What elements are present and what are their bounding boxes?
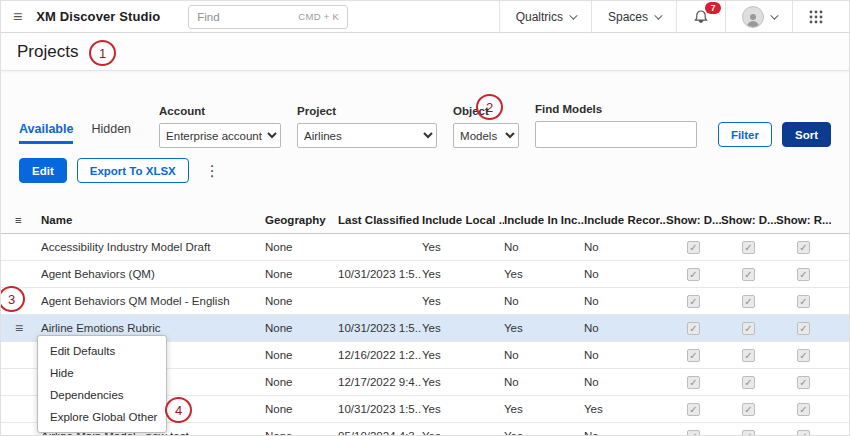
row-context-menu: Edit DefaultsHideDependenciesExplore Glo…	[37, 335, 167, 433]
show-checkbox-icon: ✓	[687, 430, 700, 436]
find-models-input[interactable]	[535, 121, 697, 148]
show-checkbox-icon: ✓	[797, 241, 810, 254]
show-checkbox-icon: ✓	[742, 295, 755, 308]
annotation-callout-2: 2	[476, 94, 503, 120]
column-name[interactable]: Name	[41, 214, 265, 226]
row-geography: None	[265, 430, 338, 436]
table-row[interactable]: Agent Behaviors (QM)None10/31/2023 1:5..…	[1, 261, 849, 288]
filter-button[interactable]: Filter	[718, 122, 772, 147]
search-shortcut-hint: CMD + K	[298, 11, 339, 22]
column-show-3[interactable]: Show: R...	[776, 214, 831, 226]
row-include-records: No	[584, 295, 666, 307]
show-checkbox-icon: ✓	[797, 403, 810, 416]
account-select[interactable]: Enterprise account	[159, 123, 281, 148]
bell-icon: 7	[693, 9, 709, 25]
row-include-in: No	[504, 295, 584, 307]
column-show-1[interactable]: Show: D...	[666, 214, 721, 226]
notifications-button[interactable]: 7	[676, 1, 725, 33]
row-name[interactable]: Airline Emotions Rubric	[41, 322, 265, 334]
project-label: Project	[297, 105, 437, 117]
project-select[interactable]: Airlines	[297, 123, 437, 148]
row-show-cell: ✓	[776, 349, 831, 362]
context-menu-item-explore-global-other[interactable]: Explore Global Other	[38, 406, 166, 428]
waffle-grid-icon	[809, 10, 823, 24]
filter-sort-buttons: Filter Sort	[718, 122, 831, 148]
row-name[interactable]: Agent Behaviors QM Model - English	[41, 295, 265, 307]
row-show-cell: ✓	[721, 349, 776, 362]
row-include-records: No	[584, 430, 666, 436]
row-include-local: Yes	[422, 349, 504, 361]
filter-toolbar: Available Hidden Account Enterprise acco…	[1, 71, 849, 148]
context-menu-item-dependencies[interactable]: Dependencies	[38, 384, 166, 406]
row-include-records: No	[584, 376, 666, 388]
row-name[interactable]: Accessibility Industry Model Draft	[41, 241, 265, 253]
table-row[interactable]: Agent Behaviors QM Model - EnglishNoneYe…	[1, 288, 849, 315]
topbar-right-cluster: Qualtrics Spaces 7	[499, 1, 839, 33]
row-include-in: Yes	[504, 268, 584, 280]
tab-hidden[interactable]: Hidden	[91, 122, 131, 144]
show-checkbox-icon: ✓	[797, 295, 810, 308]
show-checkbox-icon: ✓	[742, 403, 755, 416]
row-name[interactable]: Agent Behaviors (QM)	[41, 268, 265, 280]
row-include-local: Yes	[422, 322, 504, 334]
row-show-cell: ✓	[721, 403, 776, 416]
column-geography[interactable]: Geography	[265, 214, 338, 226]
column-last-classified[interactable]: Last Classified	[338, 214, 422, 226]
annotation-callout-4: 4	[165, 397, 192, 423]
chevron-down-icon	[654, 11, 662, 19]
show-checkbox-icon: ✓	[687, 268, 700, 281]
row-show-cell: ✓	[666, 322, 721, 335]
row-include-in: Yes	[504, 403, 584, 415]
account-label: Account	[159, 105, 281, 117]
show-checkbox-icon: ✓	[687, 403, 700, 416]
spaces-menu[interactable]: Spaces	[591, 1, 676, 33]
row-show-cell: ✓	[776, 376, 831, 389]
account-menu[interactable]	[725, 1, 792, 33]
row-include-local: Yes	[422, 295, 504, 307]
chevron-down-icon	[770, 11, 778, 19]
edit-button[interactable]: Edit	[19, 158, 67, 183]
sort-button[interactable]: Sort	[782, 122, 831, 147]
account-filter-group: Account Enterprise account	[159, 105, 281, 148]
menu-hamburger-icon[interactable]: ≡	[13, 8, 22, 26]
kebab-menu-icon[interactable]: ⋮	[199, 160, 226, 182]
row-include-local: Yes	[422, 268, 504, 280]
tab-available[interactable]: Available	[19, 122, 73, 144]
row-show-cell: ✓	[776, 268, 831, 281]
qualtrics-menu[interactable]: Qualtrics	[499, 1, 591, 33]
row-last-classified: 10/31/2023 1:5...	[338, 403, 422, 415]
row-drag-handle-icon[interactable]: ≡	[15, 320, 41, 336]
search-input[interactable]	[197, 11, 287, 23]
row-geography: None	[265, 322, 338, 334]
row-include-in: No	[504, 349, 584, 361]
app-window: ≡ XM Discover Studio CMD + K Qualtrics S…	[0, 0, 850, 436]
row-show-cell: ✓	[666, 268, 721, 281]
column-include-local[interactable]: Include Local ...	[422, 214, 504, 226]
row-include-records: No	[584, 349, 666, 361]
row-last-classified: 10/31/2023 1:5...	[338, 268, 422, 280]
show-checkbox-icon: ✓	[742, 268, 755, 281]
row-last-classified: 05/10/2024 4:3...	[338, 430, 422, 436]
notification-badge: 7	[705, 2, 721, 14]
context-menu-item-edit-defaults[interactable]: Edit Defaults	[38, 340, 166, 362]
export-xlsx-button[interactable]: Export To XLSX	[77, 158, 189, 183]
row-include-records: Yes	[584, 403, 666, 415]
row-last-classified: 12/17/2022 9:4...	[338, 376, 422, 388]
row-show-cell: ✓	[666, 376, 721, 389]
page-title: Projects	[17, 42, 78, 62]
app-switcher-button[interactable]	[792, 1, 839, 33]
row-show-cell: ✓	[666, 241, 721, 254]
context-menu-item-hide[interactable]: Hide	[38, 362, 166, 384]
annotation-callout-1: 1	[89, 40, 116, 66]
row-include-in: No	[504, 376, 584, 388]
row-show-cell: ✓	[776, 403, 831, 416]
column-include-in[interactable]: Include In Inc...	[504, 214, 584, 226]
column-show-2[interactable]: Show: D...	[721, 214, 776, 226]
object-select[interactable]: Models	[453, 123, 519, 148]
column-include-records[interactable]: Include Recor...	[584, 214, 666, 226]
table-row[interactable]: Accessibility Industry Model DraftNoneYe…	[1, 234, 849, 261]
show-checkbox-icon: ✓	[797, 322, 810, 335]
global-search[interactable]: CMD + K	[188, 5, 348, 29]
row-show-cell: ✓	[721, 322, 776, 335]
row-include-records: No	[584, 241, 666, 253]
